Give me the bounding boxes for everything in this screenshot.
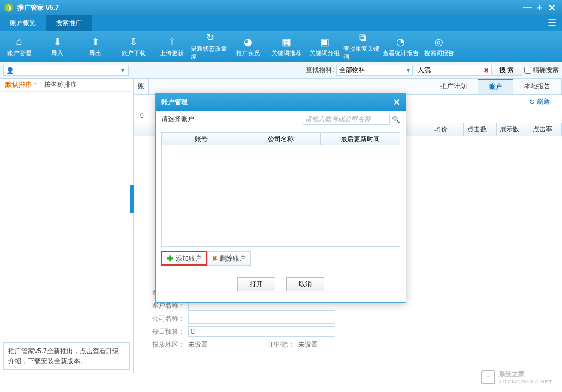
tool-download[interactable]: ⇩账户下载: [114, 31, 153, 62]
sort-default[interactable]: 默认排序 ↑: [5, 80, 37, 89]
export-icon: ⬆: [92, 36, 100, 48]
clear-search-icon[interactable]: ✖: [484, 67, 489, 74]
account-mgmt-modal: 账户管理 ✕ 请选择账户 请输入账号或公司名称 🔍 账号 公司名称 最后更新时间…: [155, 93, 406, 303]
import-icon: ⬇: [53, 36, 62, 48]
app-title: 推广管家 V5.7: [17, 3, 522, 13]
sort-by-name[interactable]: 按名称排序: [44, 80, 77, 89]
col-impr[interactable]: 展示数: [497, 123, 529, 136]
col-updated[interactable]: 最后更新时间: [321, 133, 400, 145]
upload-icon: ⇧: [168, 36, 176, 48]
delete-icon: ✖: [212, 255, 217, 262]
watermark: ⌂ 系统之家 XITONGZHIJIA.NET: [481, 370, 552, 384]
modal-close-icon[interactable]: ✕: [393, 97, 400, 107]
tool-stats-report[interactable]: ◔查看统计报告: [382, 31, 420, 62]
cancel-button[interactable]: 取消: [286, 277, 324, 291]
sidebar-filter-input[interactable]: 👤: [3, 65, 129, 76]
search-button[interactable]: 搜 索: [491, 65, 522, 76]
pie-icon: ◔: [396, 36, 405, 48]
ip-label: IP排除：: [257, 340, 295, 349]
maximize-button[interactable]: ＋: [534, 2, 546, 14]
ctab-local-report[interactable]: 本地报告: [513, 79, 562, 94]
watermark-badge-icon: ⌂: [481, 370, 495, 384]
nav-tab-overview[interactable]: 账户概览: [0, 15, 46, 31]
sidebar: 默认排序 ↑ 按名称排序 推广管家v5.7全新推出，点击查看升级介绍，下载安装全…: [0, 79, 134, 373]
plus-icon: ✚: [167, 254, 173, 263]
nav-tab-search-promo[interactable]: 搜索推广: [46, 15, 92, 31]
download-icon: ⇩: [130, 36, 138, 48]
modal-title: 账户管理: [161, 98, 188, 107]
modal-account-table: 账号 公司名称 最后更新时间: [161, 132, 400, 247]
app-logo-icon: ◑: [4, 3, 13, 12]
refresh-button[interactable]: ↻刷新: [524, 97, 555, 106]
delete-account-button[interactable]: ✖删除账户: [207, 251, 251, 266]
ip-value: 未设置: [298, 340, 318, 349]
ctab-prefix[interactable]: 账: [134, 79, 149, 94]
close-button[interactable]: ✕: [546, 3, 558, 13]
ctab-plan[interactable]: 推广计划: [430, 79, 478, 94]
ctab-account[interactable]: 账户: [478, 79, 513, 94]
tool-import[interactable]: ⬇导入: [38, 31, 76, 62]
tool-search-report[interactable]: ◎搜索词报告: [420, 31, 458, 62]
modal-subheader: 请选择账户 请输入账号或公司名称 🔍: [156, 111, 406, 128]
nav-tabs: 账户概览 搜索推广 ☰: [0, 15, 562, 31]
minimize-button[interactable]: —: [522, 3, 534, 13]
add-account-button[interactable]: ✚添加账户: [161, 251, 207, 266]
search-icon: ◎: [434, 36, 443, 48]
budget-label: 每日预算：: [147, 327, 185, 336]
find-icon: ⧉: [359, 32, 366, 44]
modal-actions: ✚添加账户 ✖删除账户: [156, 251, 406, 269]
refresh-icon: ↻: [206, 32, 214, 44]
open-button[interactable]: 打开: [237, 277, 275, 291]
find-material-label: 查找物料:: [306, 65, 334, 75]
titlebar: ◑ 推广管家 V5.7 — ＋ ✕: [0, 0, 562, 15]
sort-row: 默认排序 ↑ 按名称排序: [0, 79, 133, 92]
recommend-icon: ▦: [282, 36, 291, 48]
region-value: 未设置: [188, 340, 253, 349]
refresh-icon: ↻: [529, 98, 535, 106]
material-select[interactable]: 全部物料: [336, 65, 413, 76]
budget-field[interactable]: 0: [188, 326, 335, 337]
exact-search-checkbox[interactable]: 精确搜索: [524, 65, 559, 75]
sort-asc-icon: ↑: [33, 81, 37, 88]
tool-kw-recommend[interactable]: ▦关键词推荐: [267, 31, 305, 62]
col-company[interactable]: 公司名称: [241, 133, 321, 145]
tool-find-dup[interactable]: ⧉查找重复关键词: [343, 31, 382, 62]
search-text-input[interactable]: 人流: [415, 65, 491, 76]
tool-account-mgmt[interactable]: ⌂账户管理: [0, 31, 38, 62]
sidebar-note[interactable]: 推广管家v5.7全新推出，点击查看升级介绍，下载安装全新版本。: [3, 342, 130, 370]
company-field[interactable]: [188, 313, 335, 324]
toolbar: ⌂账户管理 ⬇导入 ⬆导出 ⇩账户下载 ⇧上传更新 ↻更新状态质量度 ◕推广实况…: [0, 31, 562, 62]
group-icon: ▣: [320, 36, 329, 48]
tool-kw-group[interactable]: ▣关键词分组: [305, 31, 343, 62]
tool-promo-live[interactable]: ◕推广实况: [229, 31, 267, 62]
hamburger-menu-icon[interactable]: ☰: [542, 15, 562, 31]
col-avg[interactable]: 均价: [431, 123, 464, 136]
modal-search-input[interactable]: 请输入账号或公司名称: [303, 114, 390, 125]
col-account[interactable]: 账号: [162, 133, 241, 145]
modal-titlebar[interactable]: 账户管理 ✕: [156, 93, 406, 111]
company-label: 公司名称：: [147, 314, 185, 323]
home-icon: ⌂: [16, 36, 22, 48]
modal-subtitle: 请选择账户: [161, 114, 194, 124]
search-icon[interactable]: 🔍: [392, 116, 400, 123]
modal-table-header: 账号 公司名称 最后更新时间: [162, 133, 400, 145]
modal-footer: 打开 取消: [156, 269, 406, 302]
region-label: 投放地区：: [147, 340, 185, 349]
tool-export[interactable]: ⬆导出: [76, 31, 114, 62]
user-icon: 👤: [6, 67, 14, 74]
searchbar: 👤 ▾ 查找物料: 全部物料 人流 ✖ 搜 索 精确搜索: [0, 62, 562, 79]
tool-update-quality[interactable]: ↻更新状态质量度: [191, 31, 229, 62]
tool-upload[interactable]: ⇧上传更新: [153, 31, 191, 62]
dropdown-icon[interactable]: ▾: [121, 67, 124, 74]
col-ctr[interactable]: 点击率: [529, 123, 562, 136]
col-clicks[interactable]: 点击数: [464, 123, 497, 136]
clock-icon: ◕: [244, 36, 252, 48]
